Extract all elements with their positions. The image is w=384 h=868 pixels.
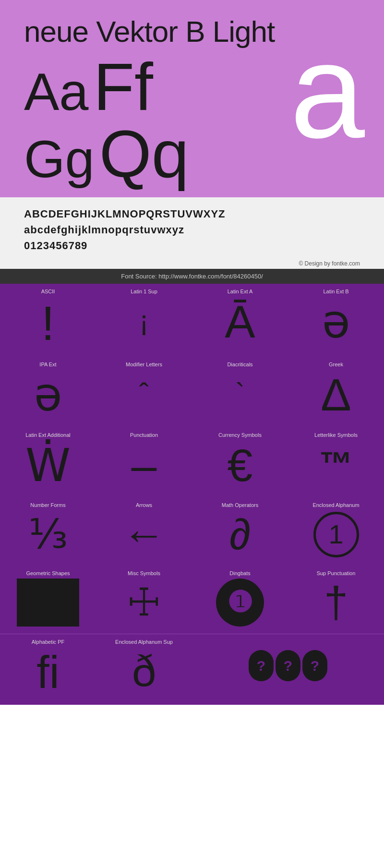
glyph-pairs: Aa Ff Gg Qq — [24, 53, 189, 188]
glyph-cell-encalphanumsup: Enclosed Alphanum Sup ð — [96, 634, 192, 705]
cell-symbol-arrows: ← — [122, 510, 166, 558]
glyph-cell-arrows: Arrows ← — [96, 497, 192, 566]
cell-label-ipaext: IPA Ext — [39, 362, 56, 367]
cell-symbol-punctuation: – — [132, 440, 157, 491]
cell-label-numberforms: Number Forms — [30, 502, 65, 508]
cell-label-latinextadd: Latin Ext Additional — [25, 432, 71, 438]
cell-symbol-latinextadd: Ẇ — [25, 440, 71, 491]
cell-symbol-dingbats: ❶ — [216, 579, 264, 627]
cell-symbol-currency: € — [228, 440, 253, 491]
cell-label-greek: Greek — [329, 362, 343, 367]
digits: 0123456789 — [24, 238, 360, 253]
glyph-cell-miscsym: Misc Symbols ☩ — [96, 566, 192, 634]
glyph-cell-letterlike: Letterlike Symbols ™ — [288, 427, 384, 498]
credit-line: © Design by fontke.com — [0, 258, 384, 269]
cell-symbol-questions: ? ? ? — [249, 641, 327, 689]
glyph-cell-latinexta: Latin Ext A Ā — [192, 284, 288, 357]
q-circle-2: ? — [276, 650, 300, 681]
cell-label-modletters: Modifier Letters — [126, 362, 162, 367]
cell-symbol-diacriticals: ` — [235, 370, 245, 418]
cell-label-latinexta: Latin Ext A — [228, 289, 253, 294]
glyph-cell-numberforms: Number Forms ⅓ — [0, 497, 96, 566]
cell-label-miscsym: Misc Symbols — [128, 570, 160, 576]
glyph-qq: Qq — [99, 121, 189, 188]
glyph-pair-af: Aa Ff — [24, 53, 189, 121]
glyphs-grid: ASCII ! Latin 1 Sup ¡ Latin Ext A Ā Lati… — [0, 284, 384, 634]
cell-label-punctuation: Punctuation — [130, 432, 158, 438]
cell-symbol-latinexta: Ā — [225, 297, 255, 347]
cell-symbol-latin1sup: ¡ — [139, 297, 149, 345]
cell-symbol-suppunct: † — [324, 579, 348, 627]
question-circles: ? ? ? — [249, 650, 327, 681]
glyph-cell-mathops: Math Operators ∂ — [192, 497, 288, 566]
cell-symbol-ascii: ! — [41, 297, 55, 350]
cell-label-latinextb: Latin Ext B — [323, 289, 348, 294]
glyph-cell-diacriticals: Diacriticals ` — [192, 357, 288, 427]
header-section: neue Vektor B Light Aa Ff Gg Qq a — [0, 0, 384, 197]
glyph-ff: Ff — [94, 53, 153, 121]
cell-label-latin1sup: Latin 1 Sup — [131, 289, 157, 294]
q-circle-3: ? — [302, 650, 327, 681]
cell-label-diacriticals: Diacriticals — [227, 362, 252, 367]
glyph-pair-gq: Gg Qq — [24, 121, 189, 188]
source-bar: Font Source: http://www.fontke.com/font/… — [0, 269, 384, 284]
glyph-cell-punctuation: Punctuation – — [96, 427, 192, 498]
glyph-cell-alphabeticpf: Alphabetic PF ﬁ — [0, 634, 96, 705]
cell-label-arrows: Arrows — [136, 502, 152, 508]
cell-label-mathops: Math Operators — [222, 502, 258, 508]
cell-symbol-letterlike: ™ — [319, 440, 353, 488]
alphabet-lower: abcdefghijklmnopqrstuvwxyz — [24, 222, 360, 238]
glyph-cell-modletters: Modifier Letters ˆ — [96, 357, 192, 427]
bottom-row: Alphabetic PF ﬁ Enclosed Alphanum Sup ð … — [0, 634, 384, 705]
dingbat-circle: ❶ — [216, 579, 264, 627]
glyph-cell-enclosed: Enclosed Alphanum 1 — [288, 497, 384, 566]
alphabet-upper: ABCDEFGHIJKLMNOPQRSTUVWXYZ — [24, 206, 360, 222]
glyph-cell-ascii: ASCII ! — [0, 284, 96, 357]
cell-symbol-geoshapes — [2, 579, 94, 627]
cell-symbol-encalphanumsup: ð — [132, 647, 156, 695]
cell-symbol-miscsym: ☩ — [127, 579, 161, 627]
glyph-gg: Gg — [24, 133, 95, 185]
q-circle-1: ? — [249, 650, 274, 681]
cell-symbol-mathops: ∂ — [229, 510, 251, 558]
glyph-showcase: Aa Ff Gg Qq a — [24, 53, 360, 188]
cell-label-currency: Currency Symbols — [218, 432, 262, 438]
black-rectangle — [17, 579, 79, 627]
cell-label-dingbats: Dingbats — [229, 570, 250, 576]
cell-symbol-numberforms: ⅓ — [28, 510, 68, 558]
cell-label-encalphanumsup: Enclosed Alphanum Sup — [115, 639, 173, 645]
cell-symbol-modletters: ˆ — [139, 370, 149, 418]
glyph-cell-currency: Currency Symbols € — [192, 427, 288, 498]
glyph-cell-dingbats: Dingbats ❶ — [192, 566, 288, 634]
glyph-cell-suppunct: Sup Punctuation † — [288, 566, 384, 634]
glyph-cell-greek: Greek Δ — [288, 357, 384, 427]
glyph-cell-latinextadd: Latin Ext Additional Ẇ — [0, 427, 96, 498]
cell-label-ascii: ASCII — [41, 289, 55, 294]
glyph-cell-questions: ? ? ? — [192, 634, 384, 705]
glyph-cell-latinextb: Latin Ext B ə — [288, 284, 384, 357]
glyph-large-a: a — [290, 34, 365, 148]
cell-label-alphabeticpf: Alphabetic PF — [32, 639, 64, 645]
cell-symbol-latinextb: ə — [322, 297, 350, 347]
glyphs-grid-section: ASCII ! Latin 1 Sup ¡ Latin Ext A Ā Lati… — [0, 284, 384, 705]
cell-symbol-alphabeticpf: ﬁ — [36, 647, 60, 698]
cell-label-enclosed: Enclosed Alphanum — [312, 502, 359, 508]
cell-label-geoshapes: Geometric Shapes — [26, 570, 70, 576]
glyph-cell-geoshapes: Geometric Shapes — [0, 566, 96, 634]
cell-symbol-greek: Δ — [321, 370, 351, 420]
cell-symbol-ipaext: ə — [34, 370, 62, 420]
cell-symbol-enclosed: 1 — [313, 510, 359, 558]
glyph-cell-latin1sup: Latin 1 Sup ¡ — [96, 284, 192, 357]
alphabet-section: ABCDEFGHIJKLMNOPQRSTUVWXYZ abcdefghijklm… — [0, 197, 384, 258]
cell-label-suppunct: Sup Punctuation — [317, 570, 356, 576]
glyph-aa: Aa — [24, 65, 89, 118]
enclosed-circle: 1 — [313, 512, 359, 557]
cell-label-letterlike: Letterlike Symbols — [314, 432, 358, 438]
glyph-cell-ipaext: IPA Ext ə — [0, 357, 96, 427]
